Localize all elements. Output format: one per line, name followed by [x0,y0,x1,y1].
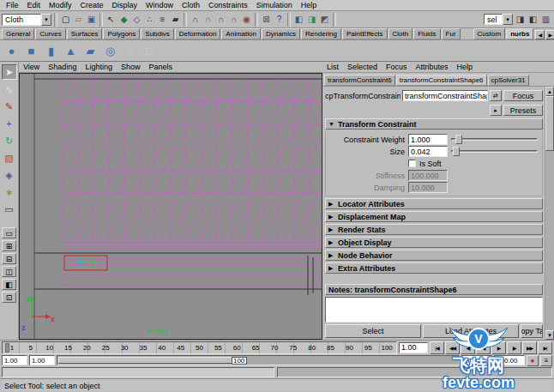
timeline-tick[interactable]: 80 [303,342,322,353]
new-scene-icon[interactable]: ▢ [59,13,72,27]
scrollbar-thumb[interactable] [545,96,554,151]
timeline-tick[interactable]: 30 [115,342,134,353]
range-slider[interactable]: 100 [57,355,460,365]
ae-menu-item[interactable]: Focus [382,63,412,71]
snap-to-grid-icon[interactable]: ∩ [189,13,202,27]
collapsed-section[interactable]: ▶ Render Stats [325,224,543,235]
move-tool[interactable]: + [2,116,17,131]
scale-tool[interactable]: ▧ [2,150,17,166]
ae-tab[interactable]: transformConstraintShape6 [396,75,487,86]
lock-selection-icon[interactable]: ⊠ [260,13,273,27]
shelf-tab[interactable]: PaintEffects [342,28,388,39]
hypergraph-layout-button[interactable]: ⊡ [2,292,16,303]
timeline-tick[interactable]: 15 [59,342,78,353]
help-icon[interactable]: ? [273,13,286,27]
shelf-tab[interactable]: General [2,28,34,39]
menu-item[interactable]: Modify [45,1,76,9]
scroll-up-icon[interactable]: ▲ [545,87,554,96]
shelf-tab[interactable]: Dynamics [262,28,300,39]
universal-manipulator-tool[interactable]: ◈ [2,167,17,183]
select-button[interactable]: Select [325,324,421,338]
menu-item[interactable]: Simulation [252,1,297,9]
go-to-start-button[interactable]: |◀ [430,341,444,354]
animation-preferences-icon[interactable]: ≡ [540,355,552,366]
render-settings-icon[interactable]: ◩ [318,13,331,27]
shelf-tab[interactable]: Subdivs [141,28,173,39]
select-by-component-icon[interactable]: ◇ [130,13,143,27]
shelf-tab[interactable]: Surfaces [67,28,103,39]
current-time-field[interactable]: 1.00 [399,342,428,353]
select-points-mask-icon[interactable]: ∴ [143,13,156,27]
range-bar[interactable] [58,357,247,364]
select-by-hierarchy-icon[interactable]: ↖ [105,13,117,27]
timeline-tick[interactable]: 70 [265,342,284,353]
menu-item[interactable]: Help [297,1,322,9]
chevron-down-icon[interactable]: ▼ [41,14,51,26]
notes-header[interactable]: Notes: transformConstraintShape6 [325,284,543,295]
is-soft-checkbox[interactable] [408,160,416,167]
ae-menu-item[interactable]: Attributes [412,63,453,71]
shelf-tab[interactable]: Fur [442,28,461,39]
show-manipulator-tool[interactable]: ∗ [2,184,17,200]
show-channel-box-icon[interactable]: ▥ [539,13,552,27]
snap-to-point-icon[interactable]: ∩ [214,13,227,27]
shelf-tab[interactable]: Cloth [388,28,413,39]
step-forward-frame-button[interactable]: ▶▶ [522,341,537,354]
select-faces-mask-icon[interactable]: ▰ [169,13,182,27]
shelf-tab[interactable]: Rendering [301,28,341,39]
nurbs-square-icon[interactable]: □ [141,42,159,60]
show-attribute-editor-icon[interactable]: ◨ [514,13,527,27]
size-field[interactable]: 0.042 [408,146,448,157]
timeline-tick[interactable]: 100 [377,342,396,353]
playback-end-field[interactable]: 100.00 [461,355,492,365]
timeline-tick[interactable]: 50 [190,342,209,353]
viewport-canvas[interactable]: y x z front [19,73,322,340]
presets-arrow-icon[interactable]: ▸ [490,105,502,116]
shelf-tab[interactable]: Curves [35,28,65,39]
save-scene-icon[interactable]: ▣ [85,13,98,27]
timeline-tick[interactable]: 40 [153,342,172,353]
show-tool-settings-icon[interactable]: ◧ [527,13,539,27]
section-transform-constraint[interactable]: ▼ Transform Constraint [325,118,543,130]
ae-menu-item[interactable]: Help [453,63,478,71]
shelf-tab[interactable]: Polygons [103,28,140,39]
ae-scrollbar[interactable]: ▲ ▼ [545,87,554,340]
timeline-tick[interactable]: 25 [96,342,115,353]
menu-item[interactable]: Constraints [204,1,252,9]
play-backward-button[interactable]: ◀ [476,341,491,354]
shelf-tab[interactable]: Custom [473,28,506,39]
ipr-render-icon[interactable]: ◨ [305,13,318,27]
paint-select-tool[interactable]: ✎ [2,99,17,114]
animation-start-field[interactable]: 1.00 [2,355,27,365]
auto-keyframe-icon[interactable]: ● [527,355,539,366]
single-pane-layout-button[interactable]: ▭ [2,227,16,238]
nurbs-torus-icon[interactable]: ◎ [101,42,119,60]
range-end-handle[interactable]: 100 [232,357,247,365]
open-scene-icon[interactable]: ▱ [72,13,85,27]
shelf-tab-prev-icon[interactable]: ◀ [535,30,545,39]
select-lines-mask-icon[interactable]: ≡ [156,13,169,27]
step-back-key-button[interactable]: ◀| [461,341,475,354]
timeline-tick[interactable]: 10 [40,342,59,353]
two-pane-side-layout-button[interactable]: ◫ [2,266,16,277]
two-pane-stacked-layout-button[interactable]: ⊟ [2,253,16,264]
ae-tab[interactable]: cpSolver31 [488,75,529,86]
menu-set-dropdown[interactable]: Cloth ▼ [2,14,51,26]
current-frame-marker[interactable] [5,343,9,353]
four-pane-layout-button[interactable]: ⊞ [2,240,16,251]
timeline-tick[interactable]: 35 [134,342,153,353]
collapsed-section[interactable]: ▶ Displacement Map [325,211,543,222]
panel-menu-item[interactable]: Shading [44,63,81,71]
go-to-end-button[interactable]: ▶| [538,341,552,354]
nurbs-plane-icon[interactable]: ▰ [81,42,99,60]
persp-outliner-layout-button[interactable]: ◧ [2,279,16,290]
panel-menu-item[interactable]: Show [117,63,145,71]
lasso-tool[interactable]: ∿ [2,81,17,97]
quick-select-dropdown[interactable]: sel ▼ [484,14,513,25]
timeline-tick[interactable]: 90 [340,342,358,353]
nurbs-sphere-icon[interactable]: ● [3,42,21,60]
shelf-tab[interactable]: Animation [221,28,261,39]
timeline-tick[interactable]: 65 [246,342,265,353]
collapsed-section[interactable]: ▶ Extra Attributes [325,262,543,274]
render-frame-icon[interactable]: ◧ [292,13,305,27]
